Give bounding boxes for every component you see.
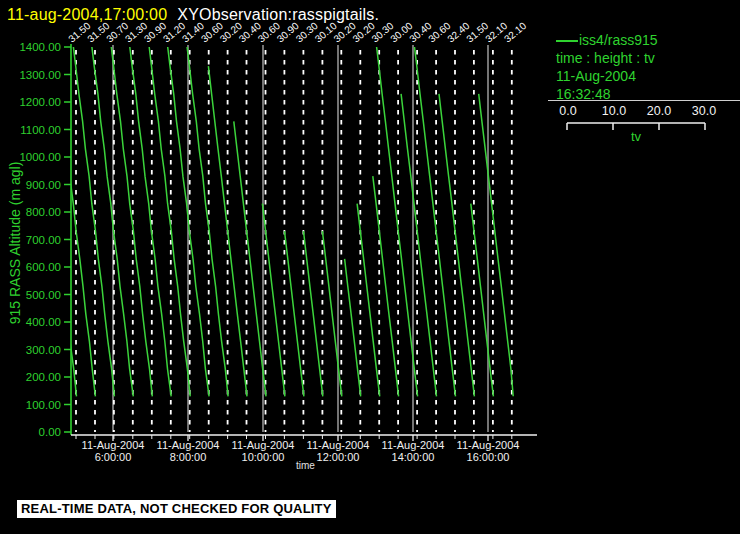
x-axis-date-label: 11-Aug-2004: [307, 439, 370, 451]
x-axis-date-label: 11-Aug-2004: [157, 439, 220, 451]
tv-scale-tick-label: 0.0: [559, 104, 576, 118]
legend-fields: time : height : tv: [556, 49, 658, 67]
tv-scale-label: tv: [631, 129, 641, 144]
y-tick-label: 100.00: [26, 399, 61, 411]
tv-profile-curve: [322, 231, 341, 396]
tv-profile-curve: [373, 176, 399, 396]
xy-observation-window: 11-aug-2004,17:00:00XYObservation:rasspi…: [0, 0, 740, 534]
tv-scale-tick-label: 30.0: [692, 104, 716, 118]
legend-series: iss4/rass915: [556, 31, 658, 49]
tv-profile-curve: [439, 94, 474, 397]
x-axis-time-label: 6:00:00: [95, 451, 132, 463]
y-tick-label: 1200.00: [19, 96, 61, 108]
legend: iss4/rass915 time : height : tv 11-Aug-2…: [556, 31, 658, 103]
y-tick-label: 900.00: [26, 179, 61, 191]
y-tick-label: 300.00: [26, 344, 61, 356]
quality-banner: REAL-TIME DATA, NOT CHECKED FOR QUALITY: [17, 500, 336, 518]
tv-profile-curve: [377, 47, 418, 396]
x-axis-time-label: 10:00:00: [242, 451, 285, 463]
x-axis-time-label: 16:00:00: [467, 451, 510, 463]
tv-profile-curve: [345, 259, 361, 397]
tv-profile-curve: [304, 231, 323, 396]
tv-profile-curve: [285, 231, 304, 396]
legend-date: 11-Aug-2004: [556, 67, 658, 85]
y-tick-label: 600.00: [26, 261, 61, 273]
tv-profile-curve: [73, 47, 114, 396]
tv-profile-curve: [401, 94, 436, 397]
tv-profile-curve: [149, 47, 190, 396]
profile-tv-label: 32.10: [502, 20, 529, 45]
legend-series-label: iss4/rass915: [579, 32, 658, 48]
x-axis-date-label: 11-Aug-2004: [232, 439, 295, 451]
x-axis-time-label: 8:00:00: [170, 451, 207, 463]
x-axis-date-label: 11-Aug-2004: [457, 439, 520, 451]
y-tick-label: 800.00: [26, 206, 61, 218]
y-axis-title: 915 RASS Altitude (m agl): [7, 162, 23, 325]
tv-profile-curve: [111, 47, 152, 396]
y-tick-label: 400.00: [26, 316, 61, 328]
tv-profile-curve: [187, 47, 228, 396]
series-line-sample: [556, 40, 578, 42]
x-axis-time-label: 12:00:00: [317, 451, 360, 463]
y-tick-label: 1000.00: [19, 151, 61, 163]
y-tick-label: 200.00: [26, 371, 61, 383]
y-tick-label: 1400.00: [19, 41, 61, 53]
tv-profile-curve: [415, 47, 456, 396]
tv-scale-tick-label: 10.0: [602, 104, 626, 118]
x-axis-date-label: 11-Aug-2004: [82, 439, 145, 451]
y-tick-label: 700.00: [26, 234, 61, 246]
legend-time: 16:32:48: [556, 85, 658, 103]
x-axis-title: time: [296, 460, 315, 471]
tv-profile-curve: [130, 47, 171, 396]
y-tick-label: 0.00: [39, 426, 61, 438]
y-tick-label: 500.00: [26, 289, 61, 301]
x-axis-time-label: 14:00:00: [392, 451, 435, 463]
x-axis-date-label: 11-Aug-2004: [382, 439, 445, 451]
tv-profile-curve: [234, 121, 266, 396]
tv-scale-tick-label: 20.0: [647, 104, 671, 118]
tv-profile-curve: [208, 66, 247, 396]
y-tick-label: 1100.00: [20, 124, 61, 136]
tv-profile-curve: [479, 94, 514, 397]
y-tick-label: 1300.00: [19, 69, 61, 81]
